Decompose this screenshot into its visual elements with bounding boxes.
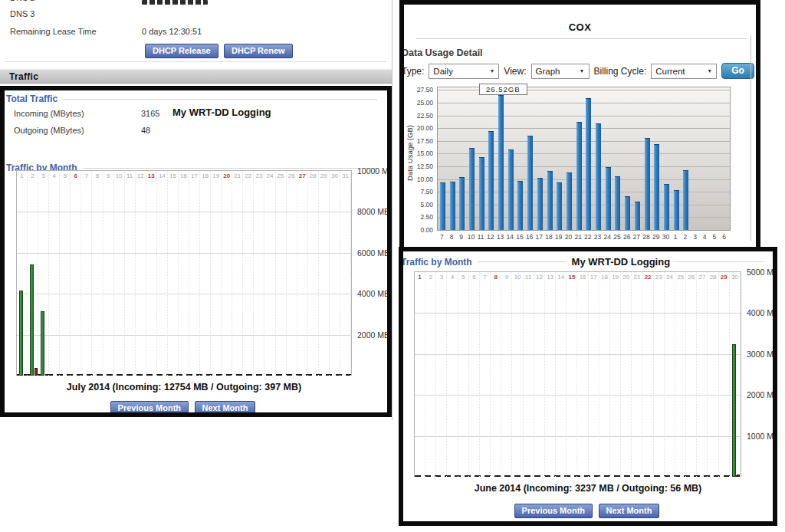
july-day-label-2: 2 (28, 171, 38, 179)
scrollbar-track[interactable] (751, 35, 751, 241)
june-outgoing-bar-day-30 (737, 475, 740, 477)
june-y-labels: 5000 MB4000 MB3000 MB2000 MB1000 MB (744, 271, 777, 477)
cox-bar-day-26[interactable] (625, 196, 630, 231)
cox-bar-day-12[interactable] (488, 131, 494, 230)
june-day-col-8: 8 (491, 272, 501, 477)
go-button[interactable]: Go (721, 63, 754, 79)
next-month-button[interactable]: Next Month (195, 401, 256, 415)
july-day-col-14: 14 (157, 171, 168, 376)
june-day-label-5: 5 (458, 272, 468, 281)
next-month-button[interactable]: Next Month (599, 504, 660, 518)
cox-xtick-17: 17 (534, 233, 544, 241)
june-gridline-4000 (415, 313, 741, 314)
july-day-label-19: 19 (211, 171, 221, 179)
july-day-label-9: 9 (103, 171, 113, 179)
cox-bar-day-20[interactable] (567, 172, 572, 230)
june-day-label-8: 8 (491, 272, 501, 281)
type-select-value: Daily (433, 67, 453, 76)
cox-xtick-29: 29 (651, 233, 661, 241)
july-day-col-12: 12 (136, 171, 146, 376)
cox-xtick-16: 16 (524, 233, 534, 241)
july-day-label-18: 18 (200, 171, 210, 179)
dhcp-renew-button[interactable]: DHCP Renew (224, 44, 292, 58)
june-ytick-3000: 3000 MB (747, 350, 777, 359)
cox-bar-day-21[interactable] (576, 122, 582, 230)
june-gridline-1000 (415, 436, 741, 437)
june-day-label-26: 26 (686, 272, 696, 281)
legend-line (63, 99, 377, 100)
cox-xtick-14: 14 (505, 233, 515, 241)
cox-gridline-22.5 (438, 116, 730, 117)
cox-xtick-21: 21 (573, 233, 583, 241)
june-day-label-12: 12 (534, 272, 544, 281)
cox-bar-day-10[interactable] (469, 148, 475, 230)
july-day-label-5: 5 (60, 171, 70, 179)
cox-bar-day-28[interactable] (645, 138, 650, 230)
cox-bar-day-1[interactable] (674, 190, 679, 230)
june-day-label-21: 21 (632, 272, 642, 281)
cox-bar-day-7[interactable] (440, 182, 445, 230)
july-day-col-17: 17 (189, 171, 200, 376)
cox-bar-day-19[interactable] (557, 182, 562, 230)
july-y-labels: 10000 MB8000 MB6000 MB4000 MB2000 MB (354, 170, 392, 376)
cox-bar-day-27[interactable] (635, 202, 640, 230)
cox-bar-day-22[interactable] (586, 98, 591, 230)
june-day-col-23: 23 (654, 272, 665, 477)
cox-bar-day-11[interactable] (479, 157, 484, 230)
june-day-label-28: 28 (708, 272, 718, 281)
june-day-label-6: 6 (469, 272, 479, 281)
cox-xtick-5: 5 (710, 233, 720, 241)
dns3-label: DNS 3 (10, 9, 34, 18)
july-day-col-23: 23 (254, 171, 264, 376)
june-day-label-17: 17 (589, 272, 599, 281)
billing-cycle-label: Billing Cycle: (594, 66, 647, 77)
july-day-label-8: 8 (92, 171, 102, 179)
june-ytick-2000: 2000 MB (747, 390, 777, 399)
june-caption: June 2014 (Incoming: 3237 MB / Outgoing:… (414, 483, 762, 494)
july-day-col-13: 13 (146, 171, 157, 376)
july-outgoing-bar-day-1 (24, 374, 27, 376)
july-window-title: My WRT-DD Logging (172, 107, 271, 118)
cox-bar-day-30[interactable] (664, 184, 669, 230)
cox-bar-day-18[interactable] (547, 171, 553, 230)
july-day-label-21: 21 (232, 171, 242, 179)
july-day-col-31: 31 (340, 171, 351, 376)
cox-bar-day-25[interactable] (615, 176, 620, 230)
cox-xtick-27: 27 (632, 233, 642, 241)
july-day-label-10: 10 (114, 171, 124, 179)
previous-month-button[interactable]: Previous Month (514, 504, 593, 518)
july-gridline-2000 (17, 335, 351, 336)
july-day-col-29: 29 (319, 171, 330, 376)
cox-bar-day-29[interactable] (654, 144, 659, 230)
july-day-col-10: 10 (114, 171, 125, 376)
cox-bar-day-23[interactable] (596, 123, 601, 231)
july-day-col-15: 15 (168, 171, 179, 376)
june-day-label-2: 2 (425, 272, 435, 281)
cox-ytick-20.00: 20.00 (417, 124, 433, 132)
july-day-col-20: 20 (222, 171, 232, 376)
previous-month-button[interactable]: Previous Month (110, 401, 189, 415)
cox-x-labels: 7891011121314151617181920212223242526272… (437, 232, 731, 241)
june-day-col-14: 14 (556, 272, 567, 477)
cox-bar-day-16[interactable] (527, 136, 533, 230)
cox-bar-day-13[interactable] (498, 95, 504, 230)
cox-usage-window: COX Data Usage Detail Type: Daily ▼ View… (399, 0, 760, 247)
cox-bar-day-15[interactable] (517, 181, 523, 230)
dhcp-release-button[interactable]: DHCP Release (145, 44, 218, 58)
cox-bar-day-24[interactable] (606, 167, 611, 230)
billing-cycle-select[interactable]: Current ▼ (651, 64, 717, 79)
cox-bar-day-8[interactable] (450, 182, 455, 230)
june-day-col-24: 24 (665, 272, 675, 477)
type-select[interactable]: Daily ▼ (429, 64, 499, 79)
june-day-label-27: 27 (697, 272, 707, 281)
cox-bar-day-9[interactable] (459, 177, 465, 230)
cox-bar-day-17[interactable] (537, 178, 543, 230)
june-day-label-1: 1 (415, 272, 425, 281)
view-select[interactable]: Graph ▼ (531, 64, 590, 79)
june-day-col-27: 27 (697, 272, 708, 477)
july-day-label-14: 14 (157, 171, 167, 179)
cox-bar-day-14[interactable] (508, 149, 514, 230)
july-month-nav: Previous Month Next Month (16, 400, 352, 415)
cox-bar-day-2[interactable] (683, 170, 688, 230)
june-ytick-1000: 1000 MB (747, 432, 777, 441)
